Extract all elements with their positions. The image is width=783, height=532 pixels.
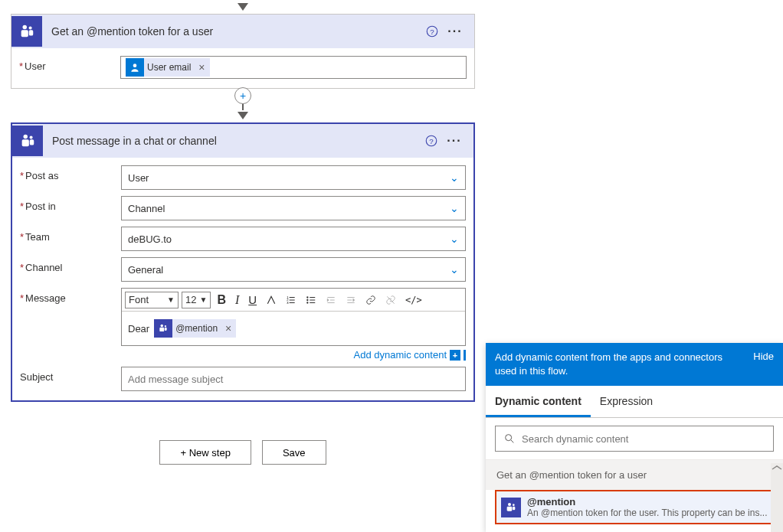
add-dynamic-content-link[interactable]: Add dynamic content + (121, 349, 466, 361)
underline-button[interactable]: U (245, 292, 260, 308)
italic-button[interactable]: I (232, 292, 242, 308)
token-remove-icon[interactable]: × (194, 61, 209, 73)
font-select[interactable]: Font▼ (125, 292, 179, 308)
user-input[interactable]: User email × (120, 56, 467, 79)
svg-point-16 (306, 296, 308, 298)
svg-point-23 (506, 435, 512, 441)
dynamic-content-panel: Add dynamic content from the apps and co… (486, 343, 783, 532)
caret-icon (464, 350, 466, 361)
teams-icon (501, 498, 521, 517)
field-label-channel: Channel (20, 257, 121, 273)
editor-toolbar: Font▼ 12▼ B I U 123 </> (122, 289, 465, 312)
person-icon (126, 58, 144, 77)
token-mention: @mention × (154, 319, 236, 338)
help-icon[interactable]: ? (420, 134, 443, 148)
svg-point-18 (306, 302, 308, 303)
chevron-down-icon: ⌄ (450, 202, 459, 214)
svg-rect-3 (29, 30, 34, 35)
save-button[interactable]: Save (262, 440, 326, 465)
svg-rect-26 (507, 507, 513, 511)
hide-panel-link[interactable]: Hide (753, 351, 774, 362)
dynamic-item-mention[interactable]: @mention An @mention token for the user.… (495, 490, 774, 524)
field-label-subject: Subject (20, 367, 121, 383)
more-menu-icon[interactable]: ··· (444, 24, 467, 38)
chevron-down-icon: ⌄ (450, 171, 459, 184)
scrollbar[interactable] (771, 463, 783, 532)
card-title: Get an @mention token for a user (51, 25, 421, 38)
panel-header: Add dynamic content from the apps and co… (486, 343, 783, 386)
svg-point-0 (23, 25, 28, 30)
lightning-icon: + (450, 350, 460, 361)
svg-rect-2 (21, 30, 28, 37)
search-input[interactable]: Search dynamic content (495, 426, 774, 452)
teams-icon (12, 126, 43, 156)
token-user-email: User email × (126, 58, 210, 77)
indent-button[interactable] (342, 293, 359, 307)
chevron-down-icon: ⌄ (450, 263, 459, 276)
message-text: Dear (128, 323, 149, 335)
svg-rect-27 (513, 507, 515, 511)
numbered-list-button[interactable]: 123 (283, 293, 300, 307)
outdent-button[interactable] (323, 293, 339, 307)
add-step-button[interactable]: + (234, 87, 251, 104)
new-step-button[interactable]: + New step (159, 440, 251, 465)
card-header[interactable]: Get an @mention token for a user ? ··· (11, 15, 474, 48)
field-label-post-in: Post in (20, 196, 121, 212)
svg-text:?: ? (430, 28, 434, 36)
subject-input[interactable]: Add message subject (121, 367, 466, 391)
svg-text:?: ? (429, 137, 434, 145)
field-label-team: Team (20, 227, 121, 243)
bold-button[interactable]: B (214, 292, 229, 308)
search-icon (503, 432, 516, 445)
field-label-user: User (19, 56, 120, 72)
channel-select[interactable]: General ⌄ (121, 257, 466, 282)
svg-rect-10 (30, 139, 34, 145)
svg-point-6 (133, 64, 137, 67)
card-title: Post message in a chat or channel (52, 135, 420, 147)
action-card-get-mention-token: Get an @mention token for a user ? ··· U… (11, 14, 475, 89)
svg-text:3: 3 (287, 300, 289, 304)
dynamic-section-header: Get an @mention token for a user (486, 460, 783, 490)
svg-rect-22 (165, 328, 167, 331)
svg-rect-21 (160, 328, 165, 331)
field-label-post-as: Post as (20, 165, 121, 181)
message-body[interactable]: Dear @mention × (122, 312, 465, 345)
tab-expression[interactable]: Expression (591, 386, 662, 417)
svg-point-1 (29, 26, 32, 29)
svg-point-19 (161, 325, 164, 328)
token-remove-icon[interactable]: × (221, 322, 236, 335)
svg-point-20 (165, 325, 166, 327)
bullet-list-button[interactable] (303, 293, 319, 307)
tab-dynamic-content[interactable]: Dynamic content (486, 386, 591, 417)
message-editor: Font▼ 12▼ B I U 123 </> (121, 288, 466, 346)
svg-point-8 (30, 135, 33, 139)
svg-point-24 (508, 503, 511, 506)
post-as-select[interactable]: User ⌄ (121, 165, 466, 190)
post-in-select[interactable]: Channel ⌄ (121, 196, 466, 220)
help-icon[interactable]: ? (421, 24, 444, 38)
field-label-message: Message (20, 288, 121, 304)
font-color-button[interactable] (263, 293, 280, 307)
code-view-button[interactable]: </> (402, 293, 425, 307)
font-size-select[interactable]: 12▼ (182, 292, 211, 308)
teams-icon (11, 16, 42, 47)
svg-point-25 (513, 504, 515, 506)
svg-rect-9 (22, 139, 29, 146)
svg-point-17 (306, 299, 308, 300)
teams-icon (154, 319, 172, 338)
chevron-down-icon: ⌄ (450, 233, 459, 245)
card-header[interactable]: Post message in a chat or channel ? ··· (12, 124, 473, 158)
link-button[interactable] (362, 293, 379, 307)
action-card-post-message: Post message in a chat or channel ? ··· … (11, 122, 475, 402)
svg-point-7 (24, 135, 28, 139)
more-menu-icon[interactable]: ··· (443, 134, 466, 148)
unlink-button[interactable] (382, 293, 399, 307)
team-select[interactable]: deBUG.to ⌄ (121, 227, 466, 251)
